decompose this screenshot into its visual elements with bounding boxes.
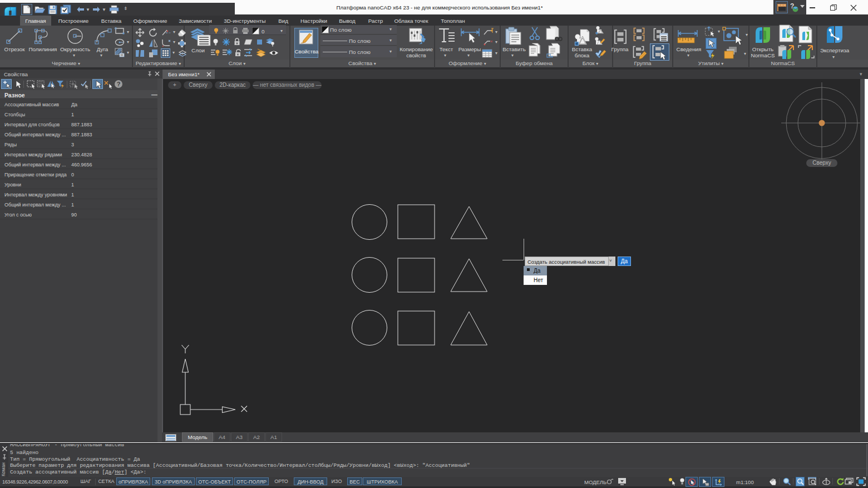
svg-text:Сверху: Сверху [812, 160, 831, 166]
svg-text:?: ? [117, 81, 121, 87]
